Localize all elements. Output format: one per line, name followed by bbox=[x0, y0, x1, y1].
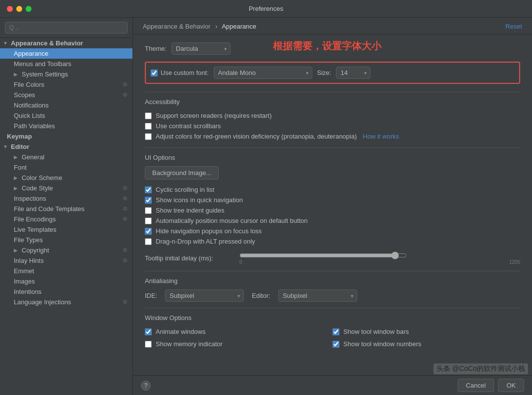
bottom-bar: ? Cancel OK bbox=[133, 375, 532, 395]
sidebar-item-system-settings[interactable]: ▶ System Settings bbox=[0, 69, 133, 79]
checkbox-animate-windows[interactable] bbox=[145, 328, 152, 335]
sidebar-item-editor[interactable]: ▼ Editor bbox=[0, 142, 133, 152]
slider-ticks: 0 1200 bbox=[239, 259, 520, 265]
sidebar-item-label: Color Scheme bbox=[22, 174, 62, 181]
checkbox-show-tool-window-bars[interactable] bbox=[332, 328, 339, 335]
checkbox-screen-readers[interactable] bbox=[145, 112, 152, 119]
checkbox-cyclic-scrolling[interactable] bbox=[145, 186, 152, 193]
theme-select[interactable]: Darcula IntelliJ Light High Contrast bbox=[171, 42, 231, 55]
sidebar-item-file-code-templates[interactable]: File and Code Templates ⚙ bbox=[0, 204, 133, 214]
check-label: Animate windows bbox=[156, 328, 205, 335]
expand-arrow: ▶ bbox=[14, 248, 20, 253]
sidebar-item-notifications[interactable]: Notifications bbox=[0, 100, 133, 110]
ui-options-header: UI Options bbox=[145, 154, 520, 161]
sidebar-item-general[interactable]: ▶ General bbox=[0, 152, 133, 162]
sidebar-item-language-injections[interactable]: Language Injections ⚙ bbox=[0, 297, 133, 307]
settings-icon: ⚙ bbox=[123, 81, 128, 88]
checkbox-drag-drop-alt[interactable] bbox=[145, 238, 152, 245]
sidebar-item-copyright[interactable]: ▶ Copyright ⚙ bbox=[0, 245, 133, 255]
sidebar-item-label: Intentions bbox=[14, 288, 41, 295]
checkbox-hide-nav-popups[interactable] bbox=[145, 228, 152, 235]
sidebar-item-label: Live Templates bbox=[14, 226, 56, 233]
window-options-header: Window Options bbox=[145, 314, 520, 322]
accessibility-header: Accessibility bbox=[145, 98, 520, 106]
sidebar-item-scopes[interactable]: Scopes ⚙ bbox=[0, 90, 133, 100]
font-select[interactable]: Andale Mono Arial Courier New Monaco Men… bbox=[214, 67, 312, 79]
sidebar-item-quick-lists[interactable]: Quick Lists bbox=[0, 110, 133, 121]
checkbox-auto-position-mouse[interactable] bbox=[145, 217, 152, 224]
sidebar-item-font[interactable]: Font bbox=[0, 162, 133, 173]
background-image-button[interactable]: Background Image... bbox=[145, 166, 219, 180]
sidebar-item-color-scheme[interactable]: ▶ Color Scheme bbox=[0, 173, 133, 183]
sidebar-item-file-encodings[interactable]: File Encodings ⚙ bbox=[0, 214, 133, 224]
help-button[interactable]: ? bbox=[141, 381, 151, 391]
ide-label: IDE: bbox=[145, 292, 157, 299]
sidebar-item-file-colors[interactable]: File Colors ⚙ bbox=[0, 79, 133, 90]
expand-arrow: ▶ bbox=[14, 154, 20, 160]
sidebar-item-label: Code Style bbox=[22, 184, 53, 192]
tooltip-slider[interactable] bbox=[239, 251, 407, 259]
antialiasing-header: Antialiasing bbox=[145, 277, 520, 285]
checkbox-color-adjust[interactable] bbox=[145, 133, 152, 140]
sidebar-item-label: Inlay Hints bbox=[14, 257, 44, 264]
sidebar-item-emmet[interactable]: Emmet bbox=[0, 266, 133, 276]
checkbox-show-icons[interactable] bbox=[145, 197, 152, 204]
sidebar-item-live-templates[interactable]: Live Templates bbox=[0, 224, 133, 235]
theme-row: Theme: Darcula IntelliJ Light High Contr… bbox=[145, 42, 520, 55]
check-contrast-scrollbars: Use contrast scrollbars bbox=[145, 121, 520, 131]
settings-icon: ⚙ bbox=[123, 257, 128, 264]
check-show-memory-indicator: Show memory indicator bbox=[145, 339, 332, 349]
settings-icon: ⚙ bbox=[123, 185, 128, 191]
custom-font-row: Use custom font: Andale Mono Arial Couri… bbox=[145, 62, 520, 84]
sidebar-item-file-types[interactable]: File Types bbox=[0, 235, 133, 245]
sidebar-item-label: General bbox=[22, 153, 44, 161]
sidebar-item-menus-toolbars[interactable]: Menus and Toolbars bbox=[0, 59, 133, 69]
checkbox-show-memory-indicator[interactable] bbox=[145, 341, 152, 348]
ide-antialias-select[interactable]: Subpixel Greyscale No antialiasing bbox=[165, 289, 244, 302]
checkbox-show-tool-window-numbers[interactable] bbox=[332, 341, 339, 348]
editor-antialias-select[interactable]: Subpixel Greyscale No antialiasing bbox=[278, 289, 357, 302]
tooltip-label: Tooltip initial delay (ms): bbox=[145, 254, 233, 262]
sidebar-item-path-variables[interactable]: Path Variables bbox=[0, 121, 133, 131]
maximize-button[interactable] bbox=[26, 6, 32, 12]
how-it-works-link[interactable]: How it works bbox=[363, 133, 399, 140]
sidebar-item-appearance-behavior[interactable]: ▼ Appearance & Behavior bbox=[0, 38, 133, 48]
slider-min: 0 bbox=[239, 259, 242, 265]
settings-icon: ⚙ bbox=[123, 216, 128, 222]
sidebar-item-appearance[interactable]: Appearance bbox=[0, 48, 133, 59]
settings-icon: ⚙ bbox=[123, 299, 128, 305]
sidebar-item-inspections[interactable]: Inspections ⚙ bbox=[0, 193, 133, 204]
custom-font-checkbox[interactable] bbox=[151, 70, 158, 76]
slider-max: 1200 bbox=[509, 259, 520, 265]
sidebar-item-inlay-hints[interactable]: Inlay Hints ⚙ bbox=[0, 255, 133, 266]
editor-label: Editor: bbox=[252, 292, 270, 299]
cancel-button[interactable]: Cancel bbox=[458, 379, 494, 392]
check-show-tool-window-numbers: Show tool window numbers bbox=[332, 339, 520, 349]
size-label: Size: bbox=[317, 69, 332, 76]
ok-button[interactable]: OK bbox=[498, 379, 524, 392]
checkbox-tree-indent[interactable] bbox=[145, 207, 152, 214]
check-animate-windows: Animate windows bbox=[145, 326, 332, 337]
sidebar-tree: ▼ Appearance & Behavior Appearance Menus… bbox=[0, 38, 133, 395]
window-title: Preferences bbox=[249, 5, 283, 12]
sidebar-item-images[interactable]: Images bbox=[0, 276, 133, 287]
divider-3 bbox=[145, 271, 520, 271]
divider-4 bbox=[145, 308, 520, 308]
close-button[interactable] bbox=[7, 6, 13, 12]
window-controls[interactable] bbox=[7, 6, 32, 12]
ide-antialias-wrapper: Subpixel Greyscale No antialiasing bbox=[165, 289, 244, 302]
reset-button[interactable]: Reset bbox=[505, 23, 522, 30]
sidebar-item-label: Editor bbox=[11, 143, 30, 150]
sidebar-item-code-style[interactable]: ▶ Code Style ⚙ bbox=[0, 183, 133, 193]
sidebar-item-label: Language Injections bbox=[14, 298, 71, 306]
sidebar-item-keymap[interactable]: Keymap bbox=[0, 131, 133, 142]
settings-icon: ⚙ bbox=[123, 92, 128, 98]
checkbox-contrast-scrollbars[interactable] bbox=[145, 123, 152, 130]
search-input[interactable] bbox=[5, 22, 128, 34]
sidebar-item-label: Path Variables bbox=[14, 122, 55, 130]
minimize-button[interactable] bbox=[16, 6, 22, 12]
sidebar-item-intentions[interactable]: Intentions bbox=[0, 287, 133, 297]
sidebar-item-label: Appearance & Behavior bbox=[11, 39, 83, 47]
size-select[interactable]: 10 11 12 13 14 16 18 bbox=[336, 67, 370, 79]
sidebar-item-label: Copyright bbox=[22, 247, 49, 254]
